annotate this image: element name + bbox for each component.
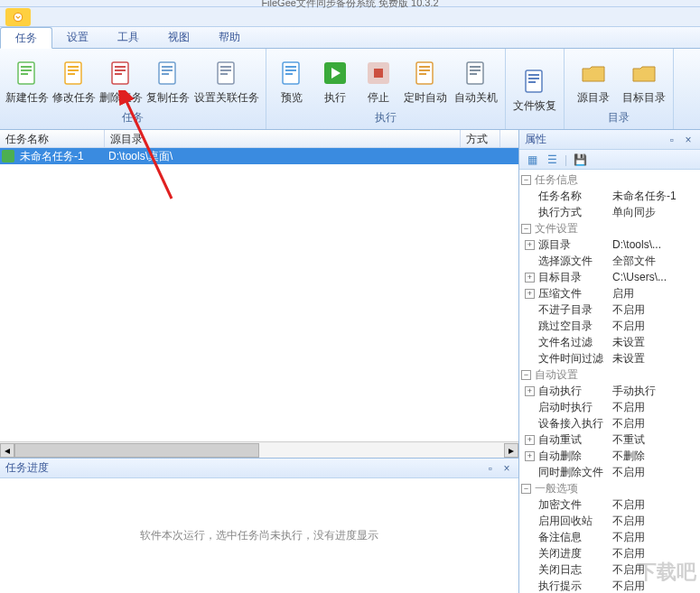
stop-button[interactable]: 停止: [357, 51, 400, 108]
property-value: 单向同步: [612, 205, 700, 220]
property-row[interactable]: +自动删除不删除: [519, 448, 700, 464]
property-key: 同时删除文件: [538, 465, 612, 480]
svg-rect-24: [285, 73, 293, 75]
menu-任务[interactable]: 任务: [0, 27, 52, 49]
expand-icon[interactable]: +: [525, 289, 535, 299]
property-group-header[interactable]: −任务信息: [519, 171, 700, 188]
property-row[interactable]: 执行提示不启用: [519, 578, 700, 593]
svg-rect-2: [21, 66, 32, 68]
timer-button[interactable]: 定时自动: [400, 51, 451, 108]
property-row[interactable]: 任务名称未命名任务-1: [519, 188, 700, 204]
property-row[interactable]: 加密文件不启用: [519, 496, 700, 513]
delete-task-button[interactable]: 删除任务: [98, 51, 145, 108]
spacer: [525, 565, 535, 575]
property-row[interactable]: 设备接入执行不启用: [519, 415, 700, 431]
scroll-right-icon[interactable]: ▸: [504, 443, 518, 458]
ribbon-label: 执行: [324, 91, 346, 104]
scroll-left-icon[interactable]: ◂: [0, 443, 14, 458]
property-key: 备注信息: [538, 530, 612, 545]
new-task-button[interactable]: 新建任务: [4, 51, 51, 108]
property-row[interactable]: 同时删除文件不启用: [519, 464, 700, 480]
restore-button[interactable]: 文件恢复: [509, 51, 560, 124]
preview-icon: [277, 59, 306, 88]
property-row[interactable]: 启用回收站不启用: [519, 513, 700, 529]
spacer: [525, 419, 535, 429]
collapse-icon[interactable]: −: [521, 370, 531, 380]
dst-dir-button[interactable]: 目标目录: [619, 51, 669, 108]
pin-icon[interactable]: ▫: [666, 134, 678, 146]
svg-rect-20: [220, 73, 228, 75]
property-key: 跳过空目录: [538, 319, 612, 334]
preview-button[interactable]: 预览: [270, 51, 313, 108]
collapse-icon[interactable]: −: [521, 224, 531, 234]
shutdown-button[interactable]: 自动关机: [451, 51, 501, 108]
menu-帮助[interactable]: 帮助: [204, 27, 255, 48]
ribbon-label: 文件恢复: [513, 99, 556, 112]
copy-task-button[interactable]: 复制任务: [145, 51, 191, 108]
src-dir-button[interactable]: 源目录: [568, 51, 619, 108]
column-header[interactable]: 方式: [461, 130, 500, 147]
progress-empty-text: 软件本次运行，选中任务尚未执行，没有进度显示: [0, 478, 518, 593]
property-row[interactable]: +源目录D:\tools\...: [519, 236, 700, 253]
collapse-icon[interactable]: −: [521, 484, 531, 494]
menu-视图[interactable]: 视图: [154, 27, 204, 48]
task-row[interactable]: 未命名任务-1D:\tools\桌面\: [0, 148, 518, 164]
property-key: 加密文件: [538, 497, 612, 513]
close-icon[interactable]: ×: [682, 134, 695, 146]
property-row[interactable]: +目标目录C:\Users\...: [519, 269, 700, 285]
svg-rect-23: [285, 69, 296, 71]
svg-rect-15: [162, 69, 173, 71]
window-title: FileGee文件同步备份系统 免费版 10.3.2: [261, 0, 438, 10]
ribbon-label: 修改任务: [52, 91, 96, 104]
property-row[interactable]: 不进子目录不启用: [519, 301, 700, 318]
property-group-header[interactable]: −一般选项: [519, 480, 700, 496]
property-row[interactable]: 执行方式单向同步: [519, 204, 700, 220]
property-row[interactable]: 关闭日志不启用: [519, 561, 700, 578]
property-row[interactable]: 启动时执行不启用: [519, 399, 700, 415]
pin-icon[interactable]: ▫: [484, 462, 497, 475]
edit-task-button[interactable]: 修改任务: [51, 51, 98, 108]
property-row[interactable]: 文件时间过滤未设置: [519, 350, 700, 366]
stop-icon: [364, 59, 393, 88]
property-group-header[interactable]: −自动设置: [519, 366, 700, 383]
categorize-icon[interactable]: ▦: [525, 153, 539, 167]
expand-icon[interactable]: +: [525, 435, 535, 445]
sort-icon[interactable]: ☰: [545, 153, 559, 167]
horizontal-scrollbar[interactable]: ◂ ▸: [0, 441, 518, 458]
property-key: 任务名称: [538, 189, 612, 204]
spacer: [525, 500, 535, 510]
property-row[interactable]: 备注信息不启用: [519, 529, 700, 545]
property-row[interactable]: +压缩文件启用: [519, 285, 700, 301]
menu-工具[interactable]: 工具: [103, 27, 154, 48]
link-task-button[interactable]: 设置关联任务: [191, 51, 262, 108]
expand-icon[interactable]: +: [525, 451, 535, 461]
property-value: 不启用: [612, 302, 700, 318]
close-icon[interactable]: ×: [500, 462, 513, 475]
svg-rect-29: [419, 66, 430, 68]
property-key: 目标目录: [538, 270, 612, 285]
property-row[interactable]: 跳过空目录不启用: [519, 318, 700, 334]
property-row[interactable]: 关闭进度不启用: [519, 545, 700, 561]
property-key: 启动时执行: [538, 400, 612, 415]
column-header[interactable]: 源目录: [105, 130, 461, 147]
property-row[interactable]: +自动重试不重试: [519, 431, 700, 448]
scroll-thumb[interactable]: [14, 443, 259, 458]
property-value: D:\tools\...: [612, 238, 700, 251]
property-row[interactable]: 文件名过滤未设置: [519, 334, 700, 350]
property-group-header[interactable]: −文件设置: [519, 220, 700, 236]
menu-设置[interactable]: 设置: [52, 27, 103, 48]
column-header[interactable]: 任务名称: [0, 130, 105, 147]
expand-icon[interactable]: +: [525, 240, 535, 250]
spacer: [525, 533, 535, 542]
expand-icon[interactable]: +: [525, 273, 535, 283]
run-button[interactable]: 执行: [313, 51, 357, 108]
save-icon[interactable]: 💾: [573, 153, 587, 167]
property-row[interactable]: 选择源文件全部文件: [519, 253, 700, 269]
svg-rect-19: [220, 69, 231, 71]
collapse-icon[interactable]: −: [521, 175, 531, 185]
property-key: 不进子目录: [538, 302, 612, 318]
property-row[interactable]: +自动执行手动执行: [519, 383, 700, 399]
expand-icon[interactable]: +: [525, 386, 535, 396]
property-value: 未设置: [612, 335, 700, 350]
property-value: 全部文件: [612, 254, 700, 269]
